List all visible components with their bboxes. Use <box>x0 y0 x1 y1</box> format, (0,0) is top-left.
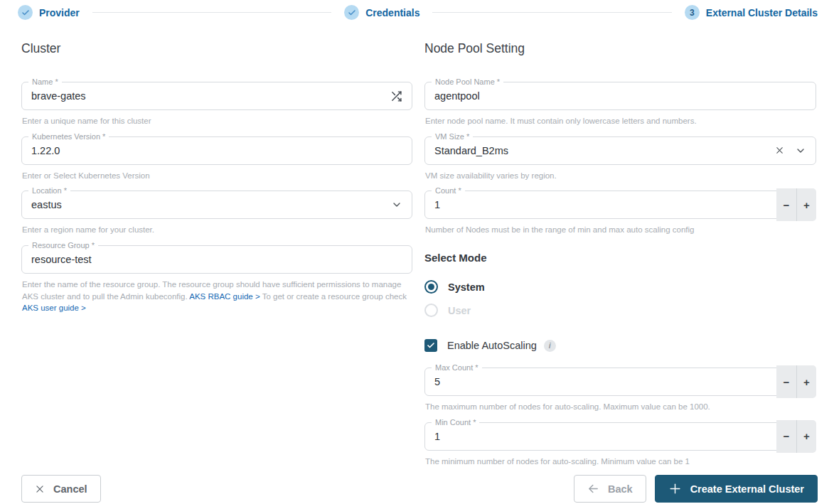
cluster-section-title: Cluster <box>21 41 412 56</box>
cluster-name-field: Name * <box>21 82 412 110</box>
count-stepper: − + <box>776 188 816 221</box>
back-button-label: Back <box>608 483 633 495</box>
max-count-row: Max Count * − + The maximum number of no… <box>424 368 816 413</box>
mode-option-user[interactable]: User <box>424 304 816 317</box>
back-button[interactable]: Back <box>574 475 646 503</box>
count-increment-button[interactable]: + <box>796 188 816 221</box>
mode-option-system[interactable]: System <box>424 280 816 294</box>
count-label: Count * <box>432 186 465 196</box>
close-icon <box>35 484 45 494</box>
vm-size-field: VM Size * <box>424 136 816 165</box>
step-external-cluster-details-label: External Cluster Details <box>706 7 818 18</box>
step-complete-check-icon <box>18 5 33 20</box>
radio-selected-icon[interactable] <box>424 280 438 294</box>
step-credentials-label: Credentials <box>365 7 419 18</box>
resource-group-help: Enter the name of the resource group. Th… <box>22 279 412 314</box>
kubernetes-version-help: Enter or Select Kubernetes Version <box>22 170 412 182</box>
max-count-input[interactable] <box>434 368 766 395</box>
wizard-stepper: Provider Credentials 3 External Cluster … <box>0 0 834 20</box>
node-pool-name-label: Node Pool Name * <box>432 77 503 87</box>
count-help: Number of Nodes must be in the range of … <box>425 224 816 236</box>
step-external-cluster-details[interactable]: 3 External Cluster Details <box>685 5 818 20</box>
location-label: Location * <box>28 186 70 196</box>
create-external-cluster-button[interactable]: Create External Cluster <box>655 475 818 503</box>
resource-group-label: Resource Group * <box>28 240 98 251</box>
node-pool-name-help: Enter node pool name. It must contain on… <box>425 115 816 127</box>
resource-group-row: Resource Group * Enter the name of the r… <box>21 245 412 314</box>
select-mode-title: Select Mode <box>424 252 816 264</box>
cluster-name-help: Enter a unique name for this cluster <box>22 115 412 127</box>
count-field: Count * − + <box>424 191 816 219</box>
min-count-field: Min Count * − + <box>424 422 816 451</box>
max-count-field: Max Count * − + <box>424 368 816 396</box>
node-pool-name-field: Node Pool Name * <box>424 82 816 110</box>
location-input[interactable] <box>31 191 391 218</box>
wizard-footer: Cancel Back Create External Cluster <box>21 475 818 503</box>
node-pool-section-title: Node Pool Setting <box>424 41 816 56</box>
location-row: Location * Enter a region name for your … <box>21 191 412 236</box>
max-count-increment-button[interactable]: + <box>796 365 816 398</box>
count-input[interactable] <box>434 191 766 218</box>
step-credentials[interactable]: Credentials <box>344 5 419 20</box>
kubernetes-version-field: Kubernetes Version * <box>21 136 412 165</box>
vm-size-help: VM size availability varies by region. <box>425 170 816 182</box>
location-field: Location * <box>21 191 412 219</box>
step-provider-label: Provider <box>39 7 80 18</box>
step-complete-check-icon <box>344 5 359 20</box>
stepper-connector <box>432 12 671 13</box>
checkbox-checked-icon[interactable] <box>424 339 437 352</box>
chevron-down-icon[interactable] <box>391 199 402 210</box>
node-pool-name-row: Node Pool Name * Enter node pool name. I… <box>424 82 816 127</box>
min-count-stepper: − + <box>776 420 816 453</box>
create-external-cluster-label: Create External Cluster <box>690 483 804 495</box>
cluster-section: Cluster Name * Enter a unique name for t… <box>21 41 412 323</box>
mode-system-label: System <box>448 282 485 293</box>
step-number-badge: 3 <box>685 5 700 20</box>
aks-rbac-guide-link[interactable]: AKS RBAC guide > <box>189 292 260 301</box>
resource-group-field: Resource Group * <box>21 245 412 274</box>
count-row: Count * − + Number of Nodes must be in t… <box>424 191 816 236</box>
node-pool-section: Node Pool Setting Node Pool Name * Enter… <box>424 41 816 476</box>
vm-size-label: VM Size * <box>432 132 473 142</box>
min-count-decrement-button[interactable]: − <box>776 420 796 453</box>
cluster-name-label: Name * <box>28 77 62 87</box>
min-count-increment-button[interactable]: + <box>796 420 816 453</box>
max-count-help: The maximum number of nodes for auto-sca… <box>425 401 816 413</box>
resource-group-help-text-2: To get or create a resource group check <box>260 292 407 301</box>
max-count-stepper: − + <box>776 365 816 398</box>
min-count-label: Min Count * <box>432 417 479 428</box>
shuffle-name-icon[interactable] <box>390 90 402 102</box>
arrow-left-icon <box>587 483 599 495</box>
info-icon[interactable]: i <box>544 340 556 352</box>
cluster-name-row: Name * Enter a unique name for this clus… <box>21 82 412 127</box>
vm-size-row: VM Size * VM size availability varies by… <box>424 136 816 182</box>
cluster-name-input[interactable] <box>31 82 390 109</box>
clear-vm-size-icon[interactable] <box>775 146 784 155</box>
mode-user-label: User <box>448 305 471 316</box>
aks-user-guide-link[interactable]: AKS user guide > <box>22 304 86 312</box>
stepper-connector <box>92 12 331 13</box>
min-count-help: The minimum number of nodes for auto-sca… <box>425 456 816 468</box>
enable-autoscaling-label: Enable AutoScaling <box>447 340 537 351</box>
radio-unselected-icon[interactable] <box>424 304 438 317</box>
chevron-down-icon[interactable] <box>795 145 806 156</box>
cancel-button-label: Cancel <box>53 483 87 495</box>
create-cluster-wizard: Provider Credentials 3 External Cluster … <box>0 0 834 504</box>
min-count-input[interactable] <box>434 423 766 450</box>
cancel-button[interactable]: Cancel <box>21 475 101 503</box>
kubernetes-version-label: Kubernetes Version * <box>28 132 109 142</box>
max-count-label: Max Count * <box>432 363 482 373</box>
max-count-decrement-button[interactable]: − <box>776 365 796 398</box>
plus-icon <box>668 482 682 495</box>
vm-size-input[interactable] <box>434 137 775 164</box>
min-count-row: Min Count * − + The minimum number of no… <box>424 422 816 468</box>
kubernetes-version-row: Kubernetes Version * Enter or Select Kub… <box>21 136 412 182</box>
location-help: Enter a region name for your cluster. <box>22 224 412 236</box>
count-decrement-button[interactable]: − <box>776 188 796 221</box>
step-provider[interactable]: Provider <box>18 5 80 20</box>
enable-autoscaling-row[interactable]: Enable AutoScaling i <box>424 339 816 352</box>
